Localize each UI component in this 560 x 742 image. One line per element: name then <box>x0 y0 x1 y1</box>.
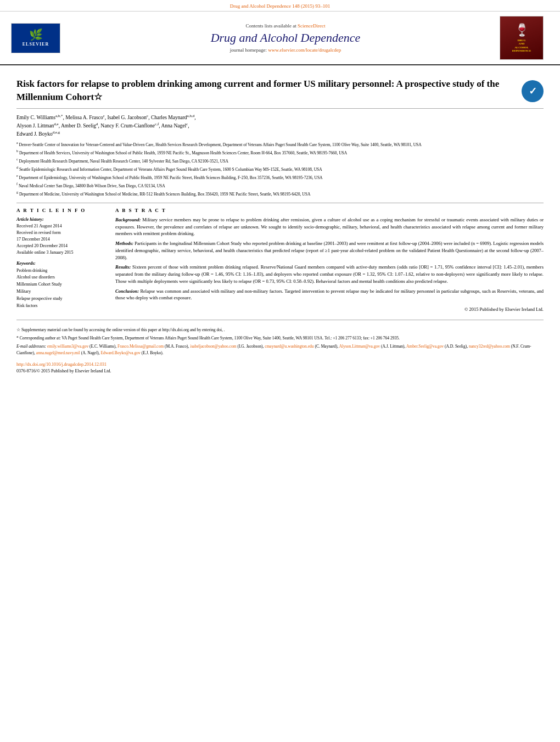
results-text: Sixteen percent of those with remittent … <box>115 264 544 284</box>
email-littman[interactable]: Alyson.Littman@va.gov <box>339 344 380 349</box>
keyword-6: Risk factors <box>16 303 104 310</box>
affiliation-g: g Department of Medicine, University of … <box>16 190 544 197</box>
homepage-link[interactable]: www.elsevier.com/locate/drugalcdep <box>268 47 341 53</box>
sciencedirect-link[interactable]: ScienceDirect <box>298 23 325 29</box>
methods-label: Methods: <box>115 241 133 246</box>
affiliation-a: a Denver-Seattle Center of Innovation fo… <box>16 141 544 148</box>
affiliation-b: b Department of Health Services, Univers… <box>16 149 544 156</box>
email-frasco[interactable]: Frasco.Melissa@gmail.com <box>117 344 164 349</box>
abstract-col: A B S T R A C T Background: Military ser… <box>115 208 544 313</box>
email-maynard[interactable]: cmaynard@u.washington.edu <box>265 344 313 349</box>
star-note: ☆ Supplementary material can be found by… <box>16 327 544 333</box>
two-col: A R T I C L E I N F O Article history: R… <box>16 208 544 313</box>
keyword-4: Military <box>16 288 104 295</box>
main-content: Risk factors for relapse to problem drin… <box>0 65 560 380</box>
conclusion-label: Conclusion: <box>115 288 139 294</box>
affiliation-e: e Department of Epidemiology, University… <box>16 174 544 181</box>
received-date: Received 21 August 2014 <box>16 223 104 230</box>
background-text: Military service members may be prone to… <box>115 217 544 237</box>
keyword-3: Millennium Cohort Study <box>16 281 104 288</box>
article-info-header: A R T I C L E I N F O <box>16 208 104 213</box>
methods-text: Participants in the longitudinal Millenn… <box>115 241 544 260</box>
conclusion-text: Relapse was common and associated with m… <box>115 288 544 301</box>
abstract-results: Results: Sixteen percent of those with r… <box>115 264 544 284</box>
page: Drug and Alcohol Dependence 148 (2015) 9… <box>0 0 560 742</box>
journal-center-info: Contents lists available at ScienceDirec… <box>71 23 500 53</box>
affiliations: a Denver-Seattle Center of Innovation fo… <box>16 141 544 203</box>
elsevier-logo: 🌿 ELSEVIER <box>11 23 60 53</box>
email-seelig[interactable]: Amber.Seelig@va.gov <box>406 344 444 349</box>
crossmark-badge[interactable]: ✓ <box>522 80 544 102</box>
issn-text: 0376-8716/© 2015 Published by Elsevier I… <box>16 369 111 373</box>
journal-header: 🌿 ELSEVIER Contents lists available at S… <box>0 12 560 65</box>
journal-title: Drug and Alcohol Dependence <box>71 31 500 45</box>
received-revised-label: Received in revised form <box>16 230 104 236</box>
elsevier-logo-block: 🌿 ELSEVIER <box>11 23 71 53</box>
top-bar: Drug and Alcohol Dependence 148 (2015) 9… <box>0 0 560 12</box>
abstract-content: Background: Military service members may… <box>115 216 544 313</box>
doi-link[interactable]: http://dx.doi.org/10.1016/j.drugalcdep.2… <box>16 361 544 368</box>
article-title-section: Risk factors for relapse to problem drin… <box>16 71 544 109</box>
abstract-methods: Methods: Participants in the longitudina… <box>115 240 544 261</box>
keyword-5: Relapse prospective study <box>16 295 104 303</box>
available-date: Available online 3 January 2015 <box>16 249 104 256</box>
keyword-2: Alcohol use disorders <box>16 274 104 281</box>
email-crum[interactable]: nancy32red@yahoo.com <box>469 344 510 349</box>
elsevier-text: ELSEVIER <box>23 42 49 47</box>
affiliation-d: d Seattle Epidemiologic Research and Inf… <box>16 165 544 172</box>
email-williams[interactable]: emily.williams3@va.gov <box>47 344 88 349</box>
affiliation-c: c Deployment Health Research Department,… <box>16 157 544 164</box>
right-logo-block: 🍷 DRUG AND ALCOHOL DEPENDENCE <box>500 16 549 60</box>
article-title-text: Risk factors for relapse to problem drin… <box>16 77 513 104</box>
crossmark-icon: ✓ <box>529 85 537 97</box>
contents-line: Contents lists available at ScienceDirec… <box>71 23 500 29</box>
journal-logo-icon: 🍷 <box>514 23 529 37</box>
footer-doi-block: http://dx.doi.org/10.1016/j.drugalcdep.2… <box>16 361 544 375</box>
elsevier-tree-icon: 🌿 <box>29 29 43 40</box>
abstract-background: Background: Military service members may… <box>115 216 544 237</box>
keywords-label: Keywords: <box>16 261 36 266</box>
affiliation-f: f Naval Medical Center San Diego, 34800 … <box>16 182 544 189</box>
article-history: Article history: Received 21 August 2014… <box>16 216 104 256</box>
results-label: Results: <box>115 264 131 270</box>
footer-notes: ☆ Supplementary material can be found by… <box>16 327 544 375</box>
keyword-1: Problem drinking <box>16 267 104 275</box>
corresponding-note: * Corresponding author at: VA Puget Soun… <box>16 335 544 341</box>
copyright-line: © 2015 Published by Elsevier Ireland Ltd… <box>115 306 544 313</box>
journal-homepage: journal homepage: www.elsevier.com/locat… <box>71 47 500 53</box>
background-label: Background: <box>115 217 141 222</box>
article-title: Risk factors for relapse to problem drin… <box>16 77 513 104</box>
history-label: Article history: <box>16 217 44 222</box>
email-jacobson[interactable]: isabeljacobson@yahoo.com <box>190 344 236 349</box>
email-addresses: E-mail addresses: emily.williams3@va.gov… <box>16 343 544 356</box>
right-journal-logo: 🍷 DRUG AND ALCOHOL DEPENDENCE <box>500 16 544 60</box>
abstract-conclusion: Conclusion: Relapse was common and assoc… <box>115 288 544 302</box>
email-boyko[interactable]: Edward.Boyko@va.gov <box>100 350 140 355</box>
abstract-header: A B S T R A C T <box>115 208 544 213</box>
accepted-date: Accepted 20 December 2014 <box>16 243 104 249</box>
journal-logo-text: DRUG AND ALCOHOL DEPENDENCE <box>512 39 531 53</box>
email-label: E-mail addresses: <box>16 344 46 349</box>
article-info-col: A R T I C L E I N F O Article history: R… <box>16 208 104 313</box>
citation-text: Drug and Alcohol Dependence 148 (2015) 9… <box>230 3 330 9</box>
email-nagel[interactable]: anna.nagel@med.navy.mil <box>36 350 80 355</box>
authors: Emily C. Williamsa,b,*, Melissa A. Frasc… <box>16 113 544 138</box>
keywords-block: Keywords: Problem drinking Alcohol use d… <box>16 260 104 310</box>
divider <box>16 320 544 320</box>
revised-date: 17 December 2014 <box>16 236 104 243</box>
